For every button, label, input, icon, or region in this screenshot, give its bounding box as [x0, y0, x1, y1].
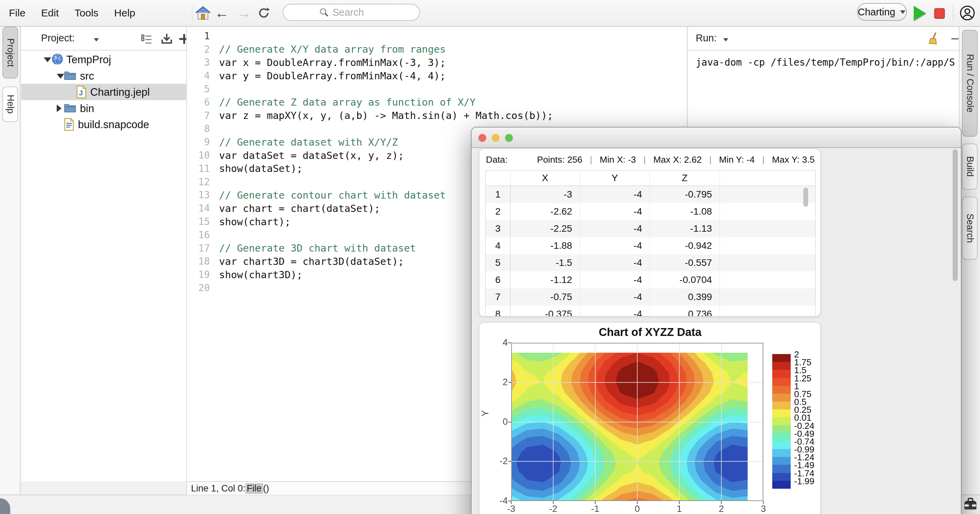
table-row[interactable]: 2-2.62-4-1.08: [485, 203, 815, 220]
colorbar-band: [772, 370, 791, 378]
line-number: 5: [187, 83, 210, 95]
line-number: 18: [187, 256, 210, 267]
data-cell: -0.795: [650, 186, 720, 203]
row-number-cell: 8: [485, 306, 511, 316]
column-header-Y[interactable]: Y: [580, 171, 650, 186]
column-header-Z[interactable]: Z: [650, 171, 720, 186]
code-text: var y = DoubleArray.fromMinMax(-4, 4);: [219, 70, 445, 82]
tree-item-label: src: [80, 70, 94, 82]
sidebar-tab-build[interactable]: Build: [962, 143, 978, 190]
text-file-icon: [64, 118, 75, 131]
table-row[interactable]: 3-2.25-4-1.13: [485, 220, 815, 237]
table-row[interactable]: 6-1.12-4-0.0704: [485, 271, 815, 288]
colorbar-band: [772, 354, 791, 362]
line-number: 3: [187, 57, 210, 68]
zoom-window-button[interactable]: [505, 134, 513, 142]
disclosure-open-icon[interactable]: [57, 74, 64, 79]
stat-value: Max X: 2.62: [653, 154, 702, 165]
download-icon[interactable]: [160, 32, 173, 46]
forward-button[interactable]: →: [237, 0, 251, 26]
stat-separator: |: [590, 154, 592, 165]
clear-console-icon[interactable]: [928, 32, 942, 46]
chevron-down-icon[interactable]: [94, 38, 99, 42]
folder-icon: [64, 69, 76, 81]
tree-item-src[interactable]: src: [21, 68, 186, 84]
home-button[interactable]: [196, 0, 210, 26]
java-file-icon: J: [76, 86, 87, 99]
data-cell: -0.942: [650, 237, 720, 254]
data-cell: -4: [580, 288, 650, 306]
table-row[interactable]: 8-0.375-40.736: [485, 306, 815, 316]
run-button[interactable]: [914, 6, 926, 21]
sidebar-tab-help[interactable]: Help: [2, 86, 18, 122]
colorbar-band: [772, 425, 791, 433]
account-button[interactable]: [959, 0, 975, 26]
y-tick-label: -2: [488, 456, 508, 466]
close-window-button[interactable]: [478, 134, 486, 142]
line-number: 11: [187, 163, 210, 174]
chart-title: Chart of XYZZ Data: [479, 326, 821, 339]
table-row[interactable]: 5-1.5-4-0.557: [485, 254, 815, 271]
column-header-X[interactable]: X: [511, 171, 580, 186]
back-icon: ←: [215, 5, 229, 21]
collapse-console-button[interactable]: –: [951, 31, 958, 45]
menu-edit[interactable]: Edit: [41, 7, 59, 19]
code-text: // Generate 3D chart with dataset: [219, 242, 416, 254]
disclosure-closed-icon[interactable]: [57, 105, 62, 112]
project-panel-header: Project:: [21, 27, 186, 51]
window-titlebar[interactable]: [471, 127, 961, 148]
data-cell: -1.5: [511, 254, 580, 271]
code-text: var chart3D = chart3D(dataSet);: [219, 256, 404, 267]
sidebar-tab-project[interactable]: Project: [2, 27, 18, 79]
menu-tools[interactable]: Tools: [75, 7, 99, 19]
line-number: 6: [187, 97, 210, 108]
search-field[interactable]: [283, 4, 420, 21]
data-cell: -2.62: [511, 203, 580, 220]
sidebar-tab-search[interactable]: Search: [962, 197, 978, 260]
table-row[interactable]: 7-0.75-40.399: [485, 288, 815, 306]
line-number: 9: [187, 136, 210, 148]
row-number-cell: 2: [485, 203, 511, 220]
tree-item-charting-jepl[interactable]: JCharting.jepl: [21, 84, 186, 100]
minimize-window-button[interactable]: [492, 134, 500, 142]
data-cell: -4: [580, 186, 650, 203]
code-text: var dataSet = dataSet(x, y, z);: [219, 150, 404, 161]
table-scrollbar[interactable]: [803, 188, 808, 207]
status-node: File: [245, 483, 263, 494]
window-scrollbar[interactable]: [953, 150, 958, 281]
tree-item-tempproj[interactable]: TempProj: [21, 51, 186, 68]
data-cell: -3: [511, 186, 580, 203]
sidebar-tab-run-console[interactable]: Run / Console: [962, 30, 978, 137]
toolbox-icon[interactable]: [963, 496, 978, 512]
line-number: 16: [187, 229, 210, 240]
y-tick-label: 4: [488, 337, 508, 348]
disclosure-open-icon[interactable]: [44, 57, 51, 62]
plot-border: [511, 343, 764, 501]
tree-item-bin[interactable]: bin: [21, 100, 186, 116]
dataset-card: Data: Points: 256|Min X: -3|Max X: 2.62|…: [479, 149, 821, 317]
stop-button[interactable]: [934, 8, 945, 19]
y-tick-label: 0: [488, 417, 508, 427]
data-cell: -1.13: [650, 220, 720, 237]
run-config-dropdown[interactable]: Charting: [857, 3, 907, 21]
table-row[interactable]: 1-3-4-0.795: [485, 186, 815, 203]
stat-value: Min X: -3: [600, 154, 636, 165]
column-header-blank[interactable]: [720, 171, 815, 186]
search-input[interactable]: [332, 7, 384, 18]
back-button[interactable]: ←: [215, 0, 229, 26]
colorbar-band: [772, 449, 791, 457]
y-tick-label: -4: [488, 495, 508, 506]
tree-item-build-snapcode[interactable]: build.snapcode: [21, 116, 186, 133]
menu-help[interactable]: Help: [114, 7, 135, 19]
column-header-blank[interactable]: [485, 171, 511, 186]
tree-item-label: TempProj: [66, 54, 111, 66]
line-number: 20: [187, 282, 210, 294]
y-tick: [508, 461, 511, 462]
chevron-down-icon[interactable]: [723, 38, 729, 42]
search-icon: [319, 7, 329, 18]
menu-file[interactable]: File: [9, 7, 25, 19]
line-number: 1: [187, 30, 210, 42]
table-row[interactable]: 4-1.88-4-0.942: [485, 237, 815, 254]
tree-view-icon[interactable]: [140, 33, 153, 46]
refresh-button[interactable]: [257, 0, 270, 26]
